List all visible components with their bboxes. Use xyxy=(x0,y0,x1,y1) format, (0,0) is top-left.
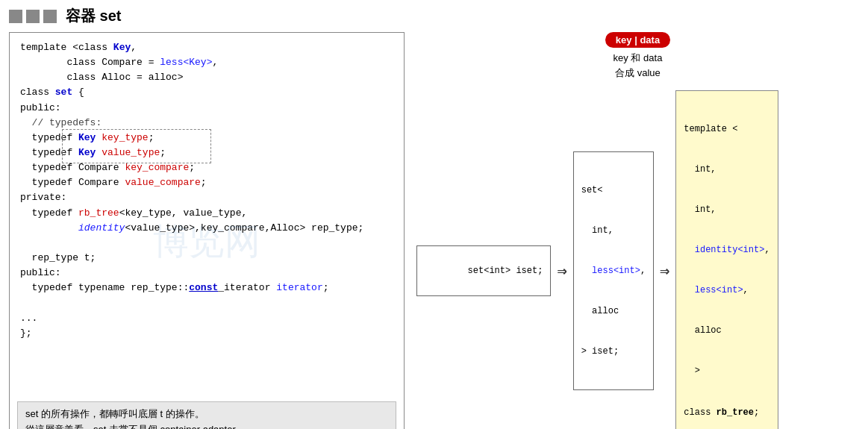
code-line-18 xyxy=(20,295,393,310)
note-line-1: set 的所有操作，都轉呼叫底層 t 的操作。 xyxy=(25,407,388,422)
diag-box-3-line2: int, xyxy=(684,163,769,176)
badge-container: key | data xyxy=(416,32,859,48)
diag-box-3-line3: int, xyxy=(684,203,769,216)
key-data-badge: key | data xyxy=(605,32,670,48)
window-controls xyxy=(9,10,57,23)
note-box: set 的所有操作，都轉呼叫底層 t 的操作。 從這層意義看，set 未嘗不是個… xyxy=(17,401,396,429)
main-content: template <class Key, class Compare = les… xyxy=(0,32,868,429)
diag-box-3-line4: identity<int>, xyxy=(684,243,769,257)
code-line-9: typedef Compare key_compare; xyxy=(20,160,393,175)
diag-box-2-line3: less<int>, xyxy=(581,264,646,278)
diag-box-1-label: set<int> iset; xyxy=(468,266,543,276)
code-line-20: }; xyxy=(20,326,393,341)
diag-box-3-line6: alloc xyxy=(684,324,769,337)
diagram-row: set<int> iset; ⇒ set< int, less<int>, al… xyxy=(416,90,859,429)
win-btn-1 xyxy=(9,10,22,23)
code-line-12: typedef rb_tree<key_type, value_type, xyxy=(20,206,393,221)
key-data-description: key 和 data 合成 value xyxy=(416,51,859,80)
diag-box-3-line1: template < xyxy=(684,122,769,136)
code-line-13: identity<value_type>,key_compare,Alloc> … xyxy=(20,221,393,236)
code-line-17: typedef typename rep_type::const_iterato… xyxy=(20,281,393,295)
code-line-5: public: xyxy=(20,101,393,116)
code-line-1: template <class Key, xyxy=(20,40,393,55)
code-line-11: private: xyxy=(20,190,393,205)
diag-box-2-line4: alloc xyxy=(581,304,646,318)
arrow-1: ⇒ xyxy=(557,261,566,281)
code-line-15: rep_type t; xyxy=(20,251,393,266)
diagram-box-2: set< int, less<int>, alloc > iset; xyxy=(573,151,654,390)
code-line-6: // typedefs: xyxy=(20,116,393,131)
right-panels: key | data key 和 data 合成 value set<int> … xyxy=(416,32,859,429)
win-btn-3 xyxy=(43,10,57,23)
code-box: template <class Key, class Compare = les… xyxy=(9,32,405,429)
header: 容器 set xyxy=(0,0,868,32)
code-line-4: class set { xyxy=(20,85,393,100)
code-line-2: class Compare = less<Key>, xyxy=(20,55,393,70)
key-data-line1: key 和 data xyxy=(416,51,859,66)
code-line-19: ... xyxy=(20,311,393,326)
code-line-16: public: xyxy=(20,266,393,281)
note-line-2: 從這層意義看，set 未嘗不是個 container adapter。 xyxy=(25,422,388,429)
key-data-line2: 合成 value xyxy=(416,66,859,81)
code-line-7: typedef Key key_type; xyxy=(20,131,393,145)
code-line-14 xyxy=(20,236,393,251)
page-title: 容器 set xyxy=(66,6,121,26)
diag-box-3-line7: > xyxy=(684,364,769,378)
code-line-10: typedef Compare value_compare; xyxy=(20,175,393,190)
arrow-2: ⇒ xyxy=(660,261,669,281)
win-btn-2 xyxy=(26,10,40,23)
diag-box-3-class: class rb_tree; xyxy=(684,406,769,419)
diagram-box-3: template < int, int, identity<int>, less… xyxy=(675,90,778,429)
diag-box-2-line5: > iset; xyxy=(581,345,646,358)
diag-box-2-line2: int, xyxy=(581,224,646,237)
diag-box-3-line5: less<int>, xyxy=(684,284,769,297)
diagram-box-1: set<int> iset; xyxy=(416,245,551,296)
code-line-8: typedef Key value_type; xyxy=(20,145,393,160)
diag-box-2-line1: set< xyxy=(581,184,646,197)
code-line-3: class Alloc = alloc> xyxy=(20,70,393,85)
